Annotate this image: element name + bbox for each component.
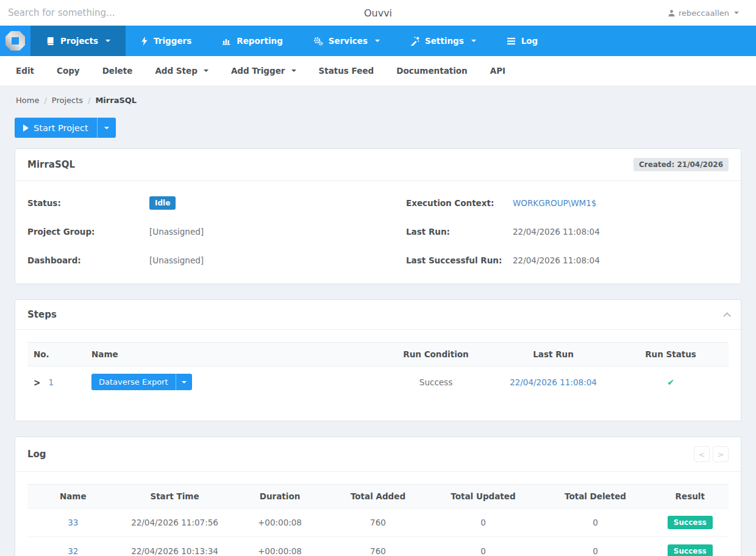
nav-item-label: Settings — [425, 36, 464, 46]
add-step-button[interactable]: Add Step — [155, 66, 208, 76]
breadcrumb-current: MirraSQL — [95, 96, 137, 105]
success-check-icon: ✔ — [667, 377, 674, 387]
nav-item-label: Triggers — [154, 36, 191, 46]
chevron-down-icon — [104, 127, 109, 129]
play-icon — [23, 124, 29, 132]
field-last-run: Last Run: 22/04/2026 11:08:04 — [406, 224, 729, 239]
steps-table: No. Name Run Condition Last Run Run Stat… — [27, 342, 729, 397]
log-entry-link[interactable]: 32 — [68, 546, 78, 556]
field-status: Status: Idle — [27, 196, 378, 210]
log-title: Log — [27, 449, 46, 460]
step-row: > 1 Dataverse Export Success — [27, 366, 729, 398]
main-content: Home / Projects / MirraSQL Start Project… — [0, 85, 756, 556]
expand-row-icon[interactable]: > — [34, 376, 40, 387]
chevron-down-icon — [182, 381, 187, 383]
field-project-group: Project Group: [Unassigned] — [27, 224, 378, 239]
main-nav: Projects Triggers Reporting Services Set… — [0, 26, 756, 56]
prev-page-button[interactable]: < — [694, 446, 710, 462]
collapse-icon[interactable] — [723, 312, 731, 320]
chevron-down-icon — [471, 40, 476, 42]
breadcrumb-separator: / — [44, 96, 46, 105]
nav-item-label: Services — [329, 36, 368, 46]
field-execution-context: Execution Context: WORKGROUP\WM1$ — [406, 196, 729, 210]
steps-table-wrap: No. Name Run Condition Last Run Run Stat… — [15, 330, 741, 421]
breadcrumb-home[interactable]: Home — [16, 96, 39, 105]
project-panel-header: MirraSQL Created: 21/04/2026 — [15, 149, 741, 181]
steps-panel-header: Steps — [15, 300, 741, 330]
start-project-label: Start Project — [34, 123, 88, 133]
log-header-row: Name Start Time Duration Total Added Tot… — [27, 485, 729, 508]
log-pagination: < > — [694, 446, 729, 462]
project-details: Status: Idle Project Group: [Unassigned]… — [15, 181, 741, 283]
created-badge: Created: 21/04/2026 — [633, 158, 729, 171]
result-badge: Success — [668, 516, 713, 529]
field-dashboard: Dashboard: [Unassigned] — [27, 253, 378, 268]
nav-item-log[interactable]: Log — [491, 26, 554, 56]
user-icon — [668, 9, 676, 17]
user-menu[interactable]: rebeccaallen — [668, 9, 756, 18]
lightning-icon — [141, 37, 148, 46]
breadcrumb-projects[interactable]: Projects — [52, 96, 83, 105]
step-name-button[interactable]: Dataverse Export — [91, 374, 176, 390]
field-last-successful-run: Last Successful Run: 22/04/2026 11:08:04 — [406, 253, 729, 268]
steps-title: Steps — [27, 309, 57, 320]
step-run-condition: Success — [378, 366, 494, 398]
project-panel: MirraSQL Created: 21/04/2026 Status: Idl… — [15, 148, 741, 284]
gears-icon — [313, 37, 323, 46]
nav-item-label: Reporting — [237, 36, 283, 46]
status-feed-button[interactable]: Status Feed — [319, 66, 374, 76]
wand-icon — [410, 37, 419, 46]
project-details-right: Execution Context: WORKGROUP\WM1$ Last R… — [378, 196, 729, 268]
search-input[interactable] — [0, 7, 256, 18]
log-table: Name Start Time Duration Total Added Tot… — [27, 484, 729, 556]
api-button[interactable]: API — [490, 66, 505, 76]
nav-item-reporting[interactable]: Reporting — [207, 26, 298, 56]
log-row: 32 22/04/2026 10:13:34 +00:00:08 760 0 0… — [27, 537, 729, 556]
user-name: rebeccaallen — [679, 9, 729, 18]
execution-context-link[interactable]: WORKGROUP\WM1$ — [513, 198, 596, 208]
nav-item-projects[interactable]: Projects — [30, 26, 126, 56]
app-logo[interactable] — [0, 26, 30, 56]
chevron-down-icon — [291, 70, 296, 72]
step-last-run-link[interactable]: 22/04/2026 11:08:04 — [510, 377, 597, 387]
steps-header-row: No. Name Run Condition Last Run Run Stat… — [27, 343, 729, 366]
step-dropdown[interactable] — [176, 374, 192, 390]
breadcrumb-separator: / — [88, 96, 90, 105]
nav-item-label: Projects — [60, 36, 98, 46]
nav-item-label: Log — [521, 36, 538, 46]
top-bar: Ouvvi rebeccaallen — [0, 0, 756, 26]
list-icon — [507, 37, 516, 45]
start-project-button[interactable]: Start Project — [15, 118, 97, 138]
nav-item-services[interactable]: Services — [298, 26, 395, 56]
project-title: MirraSQL — [27, 159, 75, 170]
project-details-left: Status: Idle Project Group: [Unassigned]… — [27, 196, 378, 268]
log-row: 33 22/04/2026 11:07:56 +00:00:08 760 0 0… — [27, 508, 729, 537]
step-number: 1 — [49, 377, 54, 387]
nav-item-triggers[interactable]: Triggers — [126, 26, 207, 56]
steps-panel: Steps No. Name Run Condition Last Run Ru… — [15, 299, 741, 421]
nav-item-settings[interactable]: Settings — [395, 26, 491, 56]
next-page-button[interactable]: > — [713, 446, 729, 462]
book-icon — [46, 37, 55, 46]
status-badge: Idle — [149, 196, 176, 210]
log-table-wrap: Name Start Time Duration Total Added Tot… — [15, 472, 741, 556]
log-entry-link[interactable]: 33 — [68, 518, 78, 527]
chevron-down-icon — [375, 40, 380, 42]
start-project-dropdown[interactable] — [97, 118, 116, 138]
log-panel: Log < > Name Start Time Duration Total A… — [15, 437, 741, 556]
chevron-down-icon — [204, 70, 209, 72]
start-project-row: Start Project — [15, 118, 741, 138]
chevron-down-icon — [734, 12, 739, 14]
copy-button[interactable]: Copy — [57, 66, 80, 76]
add-trigger-button[interactable]: Add Trigger — [231, 66, 296, 76]
delete-button[interactable]: Delete — [102, 66, 133, 76]
bar-chart-icon — [222, 37, 231, 45]
edit-button[interactable]: Edit — [16, 66, 34, 76]
breadcrumb: Home / Projects / MirraSQL — [16, 96, 741, 105]
documentation-button[interactable]: Documentation — [396, 66, 467, 76]
action-toolbar: Edit Copy Delete Add Step Add Trigger St… — [0, 56, 756, 85]
log-panel-header: Log < > — [15, 437, 741, 472]
result-badge: Success — [668, 544, 713, 556]
chevron-down-icon — [105, 40, 110, 42]
